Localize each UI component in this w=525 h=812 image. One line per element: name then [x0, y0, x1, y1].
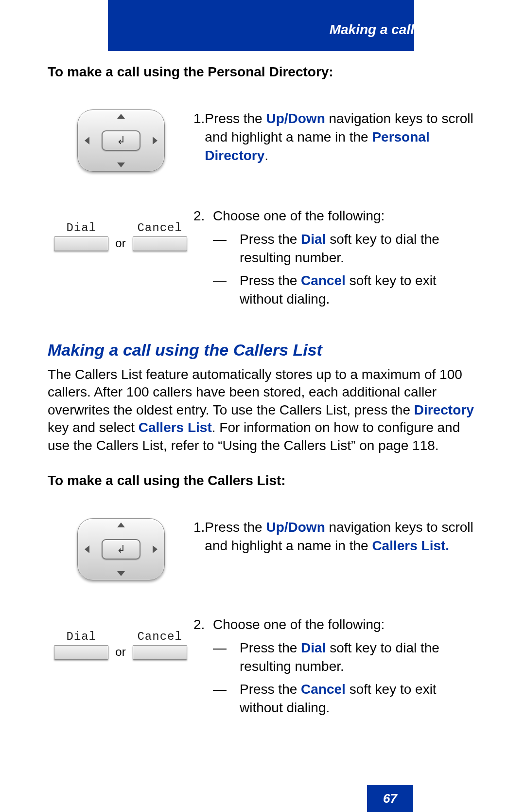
nav-down-icon	[117, 571, 125, 576]
link-cancel: Cancel	[301, 273, 346, 288]
paragraph-callers-list: The Callers List feature automatically s…	[48, 366, 475, 454]
softkey-button-dial-icon	[54, 236, 108, 251]
step-number: 1.	[193, 109, 205, 164]
nav-enter-icon: ↲	[102, 539, 140, 559]
softkey-button-cancel-icon	[133, 236, 187, 251]
step-number: 2.	[193, 207, 213, 225]
nav-right-icon	[153, 137, 158, 144]
softkey-label-cancel: Cancel	[137, 221, 182, 235]
or-text: or	[115, 645, 125, 660]
link-callers-list: Callers List.	[372, 538, 449, 553]
sub-item: — Press the Cancel soft key to exit with…	[213, 680, 475, 717]
nav-pad-icon: ↲	[77, 109, 164, 171]
nav-up-icon	[117, 114, 125, 119]
or-text: or	[115, 236, 125, 251]
nav-enter-icon: ↲	[102, 130, 140, 151]
softkey-button-dial-icon	[54, 645, 108, 660]
sub-item: — Press the Dial soft key to dial the re…	[213, 230, 475, 267]
nav-right-icon	[153, 545, 158, 553]
page-header-title: Making a call	[330, 22, 414, 37]
nav-up-icon	[117, 523, 125, 527]
nav-pad-icon: ↲	[77, 518, 164, 579]
softkeys-graphic: Dial or Cancel	[48, 207, 193, 251]
softkey-label-cancel: Cancel	[137, 630, 182, 643]
softkey-label-dial: Dial	[67, 221, 97, 235]
page-header: Making a call	[108, 0, 414, 51]
link-cancel: Cancel	[301, 682, 346, 697]
navigation-pad-graphic: ↲	[48, 109, 193, 171]
step-text: 1. Press the Up/Down navigation keys to …	[193, 109, 475, 164]
nav-left-icon	[85, 137, 89, 144]
softkey-button-cancel-icon	[133, 645, 187, 660]
sub-item: — Press the Dial soft key to dial the re…	[213, 639, 475, 676]
section-heading-callers-list: Making a call using the Callers List	[48, 341, 475, 360]
link-callers-list: Callers List	[139, 420, 212, 435]
intro-text-personal-directory: To make a call using the Personal Direct…	[48, 63, 475, 81]
nav-left-icon	[85, 545, 89, 553]
nav-down-icon	[117, 162, 125, 167]
step-text: 2. Choose one of the following:	[193, 615, 475, 634]
page-number: 67	[367, 785, 413, 812]
link-dial: Dial	[301, 232, 326, 247]
step-number: 1.	[193, 518, 205, 555]
link-up-down: Up/Down	[266, 111, 325, 126]
link-dial: Dial	[301, 640, 326, 655]
link-directory: Directory	[414, 402, 474, 417]
step-number: 2.	[193, 615, 213, 634]
link-up-down: Up/Down	[266, 520, 325, 535]
step-text: 1. Press the Up/Down navigation keys to …	[193, 518, 475, 555]
sub-item: — Press the Cancel soft key to exit with…	[213, 271, 475, 308]
navigation-pad-graphic: ↲	[48, 518, 193, 579]
step-text: 2. Choose one of the following:	[193, 207, 475, 225]
softkeys-graphic: Dial or Cancel	[48, 615, 193, 660]
intro-text-callers-list: To make a call using the Callers List:	[48, 472, 475, 489]
softkey-label-dial: Dial	[67, 630, 97, 643]
